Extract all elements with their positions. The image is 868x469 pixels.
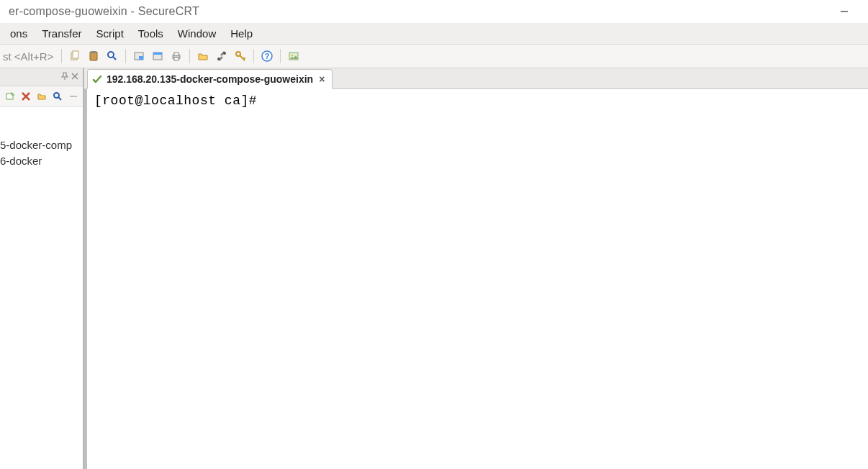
close-icon[interactable] [71, 72, 78, 82]
svg-rect-4 [91, 51, 96, 53]
image-button[interactable] [286, 48, 302, 64]
key-button[interactable] [232, 48, 248, 64]
svg-rect-10 [153, 53, 162, 55]
menu-script[interactable]: Script [89, 25, 130, 42]
main-area: 5-docker-comp 6-docker 192.168.20.135-do… [0, 68, 868, 469]
content-area: 192.168.20.135-docker-compose-guoweixin … [84, 68, 868, 469]
app-window: er-compose-guoweixin - SecureCRT ons Tra… [0, 0, 868, 469]
tab-close-button[interactable]: × [317, 73, 326, 85]
svg-rect-13 [174, 58, 178, 60]
find-button[interactable] [104, 48, 120, 64]
session-item[interactable]: 6-docker [0, 153, 80, 169]
sidebar-header [0, 68, 83, 86]
svg-rect-8 [139, 56, 143, 60]
titlebar: er-compose-guoweixin - SecureCRT [0, 0, 868, 24]
session-sep-button[interactable] [66, 89, 80, 104]
svg-rect-23 [6, 94, 13, 99]
toolbar-separator [253, 49, 254, 63]
svg-point-26 [54, 93, 59, 98]
session-delete-button[interactable] [19, 89, 32, 104]
terminal-prompt: [root@localhost ca]# [94, 94, 257, 108]
svg-point-20 [291, 55, 294, 57]
window-title: er-compose-guoweixin - SecureCRT [7, 5, 828, 18]
toolbar-separator [125, 49, 126, 63]
svg-point-5 [108, 52, 114, 58]
paste-button[interactable] [86, 48, 101, 64]
toolbar-separator [61, 49, 62, 63]
menu-window[interactable]: Window [171, 25, 223, 42]
toolbar-hint: st <Alt+R> [3, 50, 56, 63]
help-button[interactable]: ? [259, 48, 275, 64]
svg-point-15 [217, 58, 220, 60]
menu-tools[interactable]: Tools [131, 25, 171, 42]
tools-button[interactable] [214, 48, 230, 64]
menu-transfer[interactable]: Transfer [35, 25, 89, 42]
svg-rect-12 [174, 53, 178, 55]
session-list: 5-docker-comp 6-docker [0, 107, 83, 469]
toolbar: st <Alt+R> ? [0, 45, 868, 68]
sidebar-panel: 5-docker-comp 6-docker [0, 68, 84, 469]
menu-help[interactable]: Help [223, 25, 260, 42]
tabstrip: 192.168.20.135-docker-compose-guoweixin … [84, 68, 868, 89]
menubar: ons Transfer Script Tools Window Help [0, 24, 868, 45]
session-search-button[interactable] [50, 89, 64, 104]
session-new-button[interactable] [3, 89, 17, 104]
svg-rect-2 [73, 51, 78, 58]
tab-active[interactable]: 192.168.20.135-docker-compose-guoweixin … [87, 69, 333, 89]
tab-label: 192.168.20.135-docker-compose-guoweixin [107, 73, 313, 85]
toolbar-separator [189, 49, 190, 63]
svg-line-6 [113, 57, 116, 60]
menu-options[interactable]: ons [3, 25, 35, 42]
pin-icon[interactable] [61, 72, 68, 83]
connected-icon [92, 74, 102, 84]
svg-line-27 [58, 97, 61, 100]
print-button[interactable] [168, 48, 184, 64]
svg-point-14 [223, 52, 226, 55]
terminal[interactable]: [root@localhost ca]# [84, 89, 868, 469]
session-item[interactable]: 5-docker-comp [0, 137, 80, 153]
svg-text:?: ? [265, 52, 270, 60]
prop-button[interactable] [131, 48, 147, 64]
session-folder-button[interactable] [35, 89, 48, 104]
toolbar-separator [280, 49, 281, 63]
sidebar-toolbar [0, 86, 83, 107]
minimize-button[interactable] [828, 0, 861, 23]
folder-button[interactable] [195, 48, 211, 64]
props2-button[interactable] [150, 48, 166, 64]
copy-button[interactable] [67, 48, 83, 64]
